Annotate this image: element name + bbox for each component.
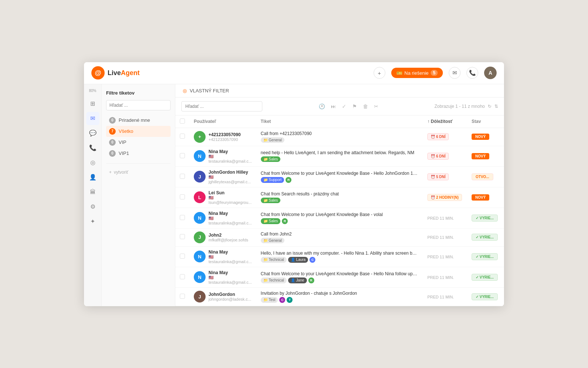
ticket-cell: Chat from Welcome to your LiveAgent Know… [256,267,423,287]
table-row[interactable]: J JohnGordon Hilley 🇺🇸 jghilleytexas@gma… [175,166,504,187]
sidebar-item-settings[interactable]: ⚙ [86,200,99,213]
time-badge: ⏰ 6 DNÍ [427,133,449,140]
ticket-table: Používateľ Tiket ↑ Dôležitosť Stav [175,116,504,306]
table-row[interactable]: N Nina May 🇺🇸 testauralinka@gmail.c... H… [175,246,504,267]
filter-panel: Filtre tiketov 0 Priradené mne 7 Všetko … [102,84,175,306]
sidebar-item-chat[interactable]: 💬 [86,127,99,140]
topbar: @ LiveAgent + 🎫 Na riešenie 5 ✉ 📞 A [84,62,504,84]
row-checkbox[interactable] [175,287,189,306]
table-row[interactable]: + +421233057090 +421233057090 Call from … [175,128,504,146]
filter-item-vip1[interactable]: 0 VIP1 [106,148,171,159]
email-icon-btn[interactable]: ✉ [449,67,461,79]
tag-letter: R [308,277,314,283]
sidebar-item-plugins[interactable]: ✦ [86,215,99,228]
user-name: Nina May [209,211,252,216]
status-cell: NOVÝ [467,146,504,166]
user-avatar-btn[interactable]: A [484,67,497,79]
forward-icon[interactable]: ⏭ [329,102,337,111]
filter-item-vip[interactable]: 0 VIP [106,137,171,148]
row-checkbox[interactable] [175,166,189,187]
ticket-subject: Chat from Welcome to your LiveAgent Know… [261,171,419,176]
ticket-tags: 📁 General [261,137,419,143]
time-badge: PRED 11 MIN. [427,216,454,220]
filter-create-btn[interactable]: + vytvoriť [106,168,171,176]
sidebar-item-contacts[interactable]: 👤 [86,171,99,184]
user-email: 🇺🇸 testauralinka@gmail.c... [209,275,252,284]
user-avatar: J [194,171,206,183]
filter-header-icon: ◎ [183,88,187,93]
user-name: +421233057090 [209,132,241,137]
status-cell: ✓ VYRIE... [467,246,504,267]
row-checkbox[interactable] [175,267,189,287]
flag-icon[interactable]: ⚑ [351,102,358,111]
sidebar-item-reports[interactable]: ◎ [86,156,99,169]
col-header-importance[interactable]: ↑ Dôležitosť [423,116,467,128]
user-info: Nina May 🇺🇸 testauralinka@gmail.c... [209,149,252,163]
importance-cell: ⏰ 5 DNÍ [423,166,467,187]
ticket-list-area: 🕐 ⏭ ✓ ⚑ 🗑 ✂ Zobrazuje 1 - 11 z mnoho ↻ ⇅ [175,98,504,306]
filter-label-priradene: Priradené mne [119,117,150,123]
ticket-tags: 📁 General [261,238,419,243]
user-info: John2 mfkaflf@jfioejoe.sofds [209,233,248,242]
status-badge: ✓ VYRIE... [472,293,498,300]
filter-search-input[interactable] [106,100,171,110]
status-badge: OTVO... [472,173,493,180]
filter-panel-title: Filtre tiketov [106,90,171,96]
user-email: johngordon@ladesk.c... [209,297,251,301]
ticket-search-input[interactable] [181,101,262,112]
row-checkbox[interactable] [175,228,189,246]
user-avatar: J [194,231,206,243]
filter-item-vsetko[interactable]: 7 Všetko [106,126,171,137]
ticket-table-body: + +421233057090 +421233057090 Call from … [175,128,504,306]
ticket-tags: 📁 Technical 👤 Jane R [261,277,419,283]
filter-dot-vip1: 0 [109,150,116,157]
user-avatar: N [194,212,206,224]
browser-window: @ LiveAgent + 🎫 Na riešenie 5 ✉ 📞 A 80% … [84,62,504,306]
toolbar-icons: 🕐 ⏭ ✓ ⚑ 🗑 ✂ [317,102,380,111]
refresh-icon[interactable]: ↻ [488,104,491,109]
filter-item-priradene[interactable]: 0 Priradené mne [106,115,171,126]
col-select-all[interactable] [175,116,189,128]
status-badge: ✓ VYRIE... [472,274,498,281]
user-cell: J JohnGordon Hilley 🇺🇸 jghilleytexas@gma… [189,166,256,187]
settings-filter-icon[interactable]: ⇅ [494,104,498,109]
tag: 📁 Test [261,297,278,303]
tag-letter: C [279,297,285,303]
status-cell: ✓ VYRIE... [467,267,504,287]
filter-label-vip: VIP [119,139,126,145]
na-riesenie-button[interactable]: 🎫 Na riešenie 5 [391,68,443,78]
status-cell: ✓ VYRIE... [467,228,504,246]
phone-icon-btn[interactable]: 📞 [466,67,478,79]
row-checkbox[interactable] [175,187,189,208]
sidebar-item-dashboard[interactable]: ⊞ [86,97,99,110]
sidebar-item-tickets[interactable]: ✉ [86,112,99,125]
row-checkbox[interactable] [175,128,189,146]
logo: @ LiveAgent [91,66,140,79]
more-icon[interactable]: ✂ [372,102,380,111]
tag-letter: R [286,177,291,183]
time-badge: PRED 11 MIN. [427,295,454,299]
clock-icon[interactable]: 🕐 [317,102,326,111]
user-name: JohnGordon [209,292,251,297]
table-row[interactable]: L Lei Sun 🇺🇸 lsun@feuryimagegrou... Chat… [175,187,504,208]
check-icon[interactable]: ✓ [340,102,348,111]
main-content: ◎ VLASTNÝ FILTER 🕐 ⏭ ✓ ⚑ 🗑 ✂ [175,84,504,306]
tag-letter: T [287,297,293,303]
main-layout: 80% ⊞ ✉ 💬 📞 ◎ 👤 🏛 ⚙ ✦ Filtre tiketov 0 P… [84,84,504,306]
filter-label-vip1: VIP1 [119,151,129,156]
add-button[interactable]: + [374,67,385,79]
table-row[interactable]: N Nina May 🇺🇸 testauralinka@gmail.c... C… [175,208,504,228]
user-avatar: N [194,150,206,162]
table-row[interactable]: J JohnGordon johngordon@ladesk.c... Invi… [175,287,504,306]
table-row[interactable]: N Nina May 🇺🇸 testauralinka@gmail.c... n… [175,146,504,166]
table-row[interactable]: N Nina May 🇺🇸 testauralinka@gmail.c... C… [175,267,504,287]
sidebar-item-kb[interactable]: 🏛 [86,185,99,199]
row-checkbox[interactable] [175,246,189,267]
sidebar-item-phone[interactable]: 📞 [86,141,99,155]
row-checkbox[interactable] [175,146,189,166]
table-row[interactable]: J John2 mfkaflf@jfioejoe.sofds Call from… [175,228,504,246]
logo-icon: @ [91,66,105,79]
ticket-subject: Call from John2 [261,231,419,237]
row-checkbox[interactable] [175,208,189,228]
trash-icon[interactable]: 🗑 [361,102,370,111]
